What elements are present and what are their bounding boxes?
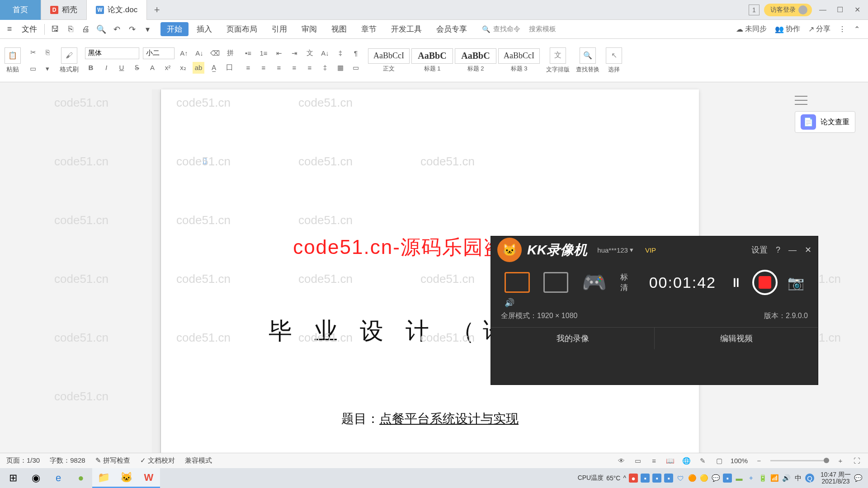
grow-font-icon[interactable]: A↑ — [178, 47, 190, 59]
redo-icon[interactable]: ↷ — [125, 23, 139, 36]
save-icon[interactable]: 🖫 — [48, 23, 62, 36]
menu-tab-insert[interactable]: 插入 — [190, 22, 218, 36]
file-menu[interactable]: 文件 — [18, 24, 41, 34]
zoom-out-icon[interactable]: − — [754, 456, 764, 466]
notifications-icon[interactable]: 💬 — [854, 474, 863, 483]
login-button[interactable]: 访客登录 — [764, 4, 812, 16]
dropdown-icon[interactable]: ▾ — [141, 23, 154, 36]
italic-button[interactable]: I — [100, 62, 112, 74]
ie-icon[interactable]: e — [47, 468, 70, 488]
font-name-select[interactable]: 黑体 — [85, 47, 139, 59]
align-center-icon[interactable]: ≡ — [258, 62, 269, 74]
template-search[interactable]: 搜索模板 — [529, 25, 556, 33]
spell-check[interactable]: ✎ 拼写检查 — [95, 456, 130, 465]
paste-opt-icon[interactable]: ▾ — [42, 63, 53, 75]
quality-label[interactable]: 标清 — [620, 272, 636, 293]
char-border-icon[interactable]: 囗 — [223, 62, 235, 74]
taskbar-app-2[interactable]: ● — [70, 468, 92, 488]
record-button[interactable] — [752, 270, 778, 295]
align-justify-icon[interactable]: ≡ — [288, 62, 300, 74]
page-indicator[interactable]: 页面：1/30 — [6, 456, 40, 465]
pause-button[interactable]: ⏸ — [730, 275, 742, 290]
volume-icon[interactable]: 🔊 — [782, 474, 791, 483]
maximize-button[interactable]: ☐ — [834, 4, 846, 16]
menu-tab-review[interactable]: 审阅 — [295, 22, 323, 36]
word-count[interactable]: 字数：9828 — [50, 456, 85, 465]
tab-daoqiao[interactable]: D稻壳 — [41, 0, 87, 20]
sort-icon[interactable]: A↓ — [319, 47, 331, 59]
superscript-icon[interactable]: x² — [162, 62, 174, 74]
tray-up-icon[interactable]: ^ — [623, 474, 626, 482]
clock[interactable]: 10:47 周一 2021/8/23 — [821, 471, 851, 485]
tray-icon-6[interactable]: 🟠 — [688, 474, 697, 483]
recorder-help-icon[interactable]: ? — [776, 245, 780, 255]
outline-view-icon[interactable]: ≡ — [649, 456, 659, 466]
recorder-minimize-icon[interactable]: — — [788, 245, 797, 255]
tray-icon-q[interactable]: Q — [805, 474, 814, 483]
command-search[interactable]: 🔍查找命令 — [482, 25, 520, 33]
zoom-slider[interactable] — [770, 460, 829, 461]
tab-home[interactable]: 首页 — [0, 0, 41, 20]
bullets-icon[interactable]: •≡ — [242, 47, 254, 59]
copy-icon[interactable]: ⎘ — [42, 47, 53, 58]
find-replace-group[interactable]: 🔍 查找替换 — [576, 47, 599, 74]
recorder-close-icon[interactable]: ✕ — [805, 245, 811, 255]
sync-status[interactable]: ☁未同步 — [736, 24, 767, 34]
read-view-icon[interactable]: 📖 — [665, 456, 675, 466]
undo-icon[interactable]: ↶ — [110, 23, 123, 36]
screen-recorder-window[interactable]: 🐱 KK录像机 hua***123▾ VIP 设置 ? — ✕ 🎮 标清 00:… — [491, 236, 818, 385]
clipboard-icon[interactable]: 📋 — [5, 47, 21, 64]
game-mode-icon[interactable]: 🎮 — [582, 271, 607, 294]
clear-format-icon[interactable]: ⌫ — [209, 47, 221, 59]
hamburger-icon[interactable]: ≡ — [3, 23, 16, 36]
tray-icon-8[interactable]: 💬 — [711, 474, 720, 483]
tray-icon-2[interactable]: ▪ — [641, 474, 650, 483]
tray-icon-7[interactable]: 🟡 — [699, 474, 708, 483]
align-right-icon[interactable]: ≡ — [273, 62, 285, 74]
text-tools-group[interactable]: 文 文字排版 — [546, 47, 570, 74]
style-heading2[interactable]: AaBbC — [455, 48, 496, 64]
style-normal[interactable]: AaBbCcI — [368, 48, 410, 64]
doc-proof[interactable]: ✓ 文档校对 — [140, 456, 175, 465]
menu-tab-view[interactable]: 视图 — [325, 22, 353, 36]
web-view-icon[interactable]: 🌐 — [682, 456, 692, 466]
minimize-button[interactable]: — — [816, 4, 829, 16]
bold-button[interactable]: B — [85, 62, 97, 74]
more-icon[interactable]: ⋮ — [839, 25, 846, 33]
text-fill-icon[interactable]: A̲ — [208, 62, 220, 74]
paste-small-icon[interactable]: ▭ — [27, 63, 39, 75]
recorder-taskbar-icon[interactable]: 🐱 — [115, 468, 137, 488]
zoom-value[interactable]: 100% — [731, 457, 748, 465]
style-heading3[interactable]: AaBbCcI — [498, 48, 540, 64]
audio-icon[interactable]: 🔊 — [491, 298, 818, 308]
shrink-font-icon[interactable]: A↓ — [193, 47, 205, 59]
recorder-settings[interactable]: 设置 — [751, 244, 768, 255]
tray-icon-4[interactable]: ▪ — [664, 474, 673, 483]
screenshot-button[interactable]: 📷 — [788, 275, 804, 291]
highlight-icon[interactable]: ab — [193, 62, 204, 74]
shading-icon[interactable]: ▦ — [335, 62, 346, 74]
zoom-in-icon[interactable]: + — [835, 456, 845, 466]
collab-button[interactable]: 👥协作 — [775, 24, 800, 34]
taskbar-app-1[interactable]: ◉ — [24, 468, 47, 488]
fit-icon[interactable]: ▢ — [714, 456, 724, 466]
subscript-icon[interactable]: x₂ — [177, 62, 189, 74]
plagiarism-check-button[interactable]: 📄 论文查重 — [795, 111, 855, 133]
new-tab-button[interactable]: + — [147, 4, 167, 16]
start-button[interactable]: ⊞ — [2, 468, 24, 488]
battery-icon[interactable]: 🔋 — [758, 474, 767, 483]
recorder-user[interactable]: hua***123▾ — [597, 246, 633, 254]
underline-button[interactable]: U — [116, 62, 127, 74]
page-view-icon[interactable]: ▭ — [633, 456, 643, 466]
wifi-icon[interactable]: 📶 — [770, 474, 779, 483]
tray-icon-9[interactable]: ▪ — [723, 474, 732, 483]
window-mode-button[interactable] — [543, 272, 569, 293]
outdent-icon[interactable]: ⇤ — [273, 47, 285, 59]
tray-icon-5[interactable]: 🛡 — [676, 474, 685, 483]
show-marks-icon[interactable]: ¶ — [350, 47, 362, 59]
tray-icon-3[interactable]: ▪ — [652, 474, 661, 483]
eye-icon[interactable]: 👁 — [617, 456, 627, 466]
menu-tab-member[interactable]: 会员专享 — [430, 22, 473, 36]
window-index[interactable]: 1 — [749, 5, 760, 15]
my-recordings-button[interactable]: 我的录像 — [491, 328, 655, 349]
